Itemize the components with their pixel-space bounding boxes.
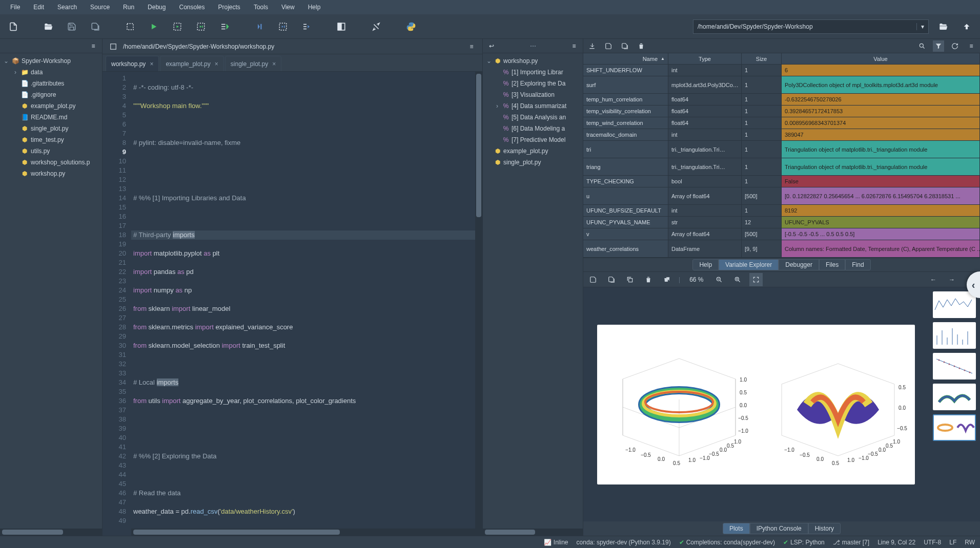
delete-all-icon[interactable] bbox=[636, 40, 647, 52]
status-conda[interactable]: conda: spyder-dev (Python 3.9.19) bbox=[577, 539, 671, 546]
tab-history[interactable]: History bbox=[808, 523, 841, 534]
tree-folder[interactable]: ›📁data bbox=[0, 67, 102, 78]
variable-row[interactable]: temp_visibility_correlationfloat6410.392… bbox=[583, 106, 980, 117]
status-encoding[interactable]: UTF-8 bbox=[924, 539, 941, 546]
tab-files[interactable]: Files bbox=[819, 259, 845, 270]
status-rw[interactable]: RW bbox=[965, 539, 975, 546]
col-type-header[interactable]: Type bbox=[668, 53, 742, 64]
tree-file[interactable]: 📄.gitignore bbox=[0, 89, 102, 100]
menu-edit[interactable]: Edit bbox=[27, 2, 50, 13]
editor-tab[interactable]: single_plot.py× bbox=[225, 56, 281, 71]
menu-search[interactable]: Search bbox=[51, 2, 83, 13]
plots-save-icon[interactable] bbox=[586, 273, 600, 286]
status-inline[interactable]: 📈Inline bbox=[544, 539, 568, 546]
close-icon[interactable]: × bbox=[215, 60, 218, 68]
outline-hscroll[interactable] bbox=[483, 529, 583, 536]
plot-thumb[interactable] bbox=[933, 353, 976, 380]
outline-cell[interactable]: ›%[4] Data summarizat bbox=[483, 100, 583, 112]
tree-file[interactable]: ⬢workshop_solutions.p bbox=[0, 157, 102, 168]
run-button[interactable] bbox=[145, 17, 163, 36]
variable-row[interactable]: temp_wind_correlationfloat6410.008956968… bbox=[583, 117, 980, 129]
menu-help[interactable]: Help bbox=[302, 2, 327, 13]
tree-file[interactable]: ⬢single_plot.py bbox=[0, 123, 102, 134]
plots-next-icon[interactable]: → bbox=[945, 273, 958, 286]
tab-help[interactable]: Help bbox=[692, 259, 719, 270]
plot-thumb[interactable] bbox=[933, 322, 976, 349]
menu-run[interactable]: Run bbox=[117, 2, 140, 13]
variable-row[interactable]: SHIFT_UNDERFLOWint16 bbox=[583, 65, 980, 76]
outline-file[interactable]: ⬢example_plot.py bbox=[483, 145, 583, 157]
save-button[interactable] bbox=[63, 17, 81, 36]
outline-cell[interactable]: %[5] Data Analysis an bbox=[483, 112, 583, 123]
run-selection-button[interactable] bbox=[215, 17, 234, 36]
filter-icon[interactable] bbox=[933, 40, 944, 52]
plots-saveall-icon[interactable] bbox=[605, 273, 618, 286]
variable-row[interactable]: TYPE_CHECKINGbool1False bbox=[583, 176, 980, 187]
plots-prev-icon[interactable]: ← bbox=[927, 273, 940, 286]
status-git[interactable]: ⎇master [7] bbox=[833, 539, 869, 546]
outline-cell[interactable]: %[1] Importing Librar bbox=[483, 67, 583, 78]
debug-cell-button[interactable] bbox=[274, 17, 292, 36]
menu-file[interactable]: File bbox=[4, 2, 26, 13]
plots-copy-icon[interactable] bbox=[623, 273, 637, 286]
variable-row[interactable]: uArray of float64[500][0. 0.12822827 0.2… bbox=[583, 187, 980, 205]
outline-cell[interactable]: %[6] Data Modeling a bbox=[483, 123, 583, 134]
tree-file[interactable]: ⬢utils.py bbox=[0, 145, 102, 157]
save-data-as-icon[interactable] bbox=[619, 40, 630, 52]
browse-workdir-button[interactable] bbox=[934, 17, 952, 36]
menu-debug[interactable]: Debug bbox=[141, 2, 172, 13]
editor-browse-button[interactable] bbox=[108, 41, 119, 52]
plots-deleteall-icon[interactable] bbox=[660, 273, 673, 286]
variable-row[interactable]: tracemalloc_domainint1389047 bbox=[583, 129, 980, 141]
menu-view[interactable]: View bbox=[275, 2, 301, 13]
parent-dir-button[interactable] bbox=[957, 17, 976, 36]
editor-menu-icon[interactable]: ≡ bbox=[466, 41, 477, 52]
status-cursor[interactable]: Line 9, Col 22 bbox=[877, 539, 915, 546]
tab-find[interactable]: Find bbox=[845, 259, 870, 270]
variable-row[interactable]: vArray of float64[500][-0.5 -0.5 -0.5 ..… bbox=[583, 228, 980, 240]
save-all-button[interactable] bbox=[86, 17, 105, 36]
col-size-header[interactable]: Size bbox=[742, 53, 782, 64]
col-name-header[interactable]: Name bbox=[583, 53, 668, 64]
create-cell-button[interactable] bbox=[121, 17, 139, 36]
outline-file[interactable]: ⬢single_plot.py bbox=[483, 157, 583, 168]
pythonpath-button[interactable] bbox=[402, 17, 420, 36]
editor-hscroll[interactable] bbox=[131, 529, 475, 536]
run-cell-button[interactable] bbox=[168, 17, 187, 36]
plots-delete-icon[interactable] bbox=[642, 273, 655, 286]
editor-tab[interactable]: example_plot.py× bbox=[160, 56, 223, 71]
menu-tools[interactable]: Tools bbox=[248, 2, 274, 13]
editor-vscroll[interactable] bbox=[475, 72, 482, 529]
code-editor[interactable]: # -*- coding: utf-8 -*- """Workshop main… bbox=[131, 72, 475, 529]
outline-back-icon[interactable]: ↩ bbox=[486, 40, 497, 52]
plot-thumb[interactable] bbox=[933, 384, 976, 410]
outline-cell[interactable]: %[2] Exploring the Da bbox=[483, 78, 583, 89]
variable-row[interactable]: UFUNC_BUFSIZE_DEFAULTint18192 bbox=[583, 205, 980, 217]
zoom-in-icon[interactable] bbox=[731, 273, 744, 286]
refresh-icon[interactable] bbox=[949, 40, 961, 52]
tab-debugger[interactable]: Debugger bbox=[779, 259, 819, 270]
outline-menu-icon[interactable]: ≡ bbox=[568, 40, 580, 52]
save-data-icon[interactable] bbox=[603, 40, 614, 52]
plot-thumb[interactable] bbox=[933, 291, 976, 318]
plot-thumb[interactable] bbox=[933, 414, 976, 441]
outline-more-icon[interactable]: ⋯ bbox=[502, 43, 563, 50]
run-cell-advance-button[interactable] bbox=[192, 17, 210, 36]
variable-row[interactable]: surfmplot3d.art3d.Poly3DCo…1Poly3DCollec… bbox=[583, 76, 980, 94]
outline-cell[interactable]: %[3] Visualization bbox=[483, 89, 583, 100]
tree-file[interactable]: 📘README.md bbox=[0, 112, 102, 123]
status-lsp[interactable]: ✔LSP: Python bbox=[783, 539, 825, 546]
variable-row[interactable]: triangtri._triangulation.Tri…1Triangulat… bbox=[583, 158, 980, 176]
variable-row[interactable]: tritri._triangulation.Tri…1Triangulation… bbox=[583, 141, 980, 158]
outline-cell[interactable]: %[7] Predictive Model bbox=[483, 134, 583, 145]
project-menu-icon[interactable]: ≡ bbox=[88, 40, 99, 52]
new-file-button[interactable] bbox=[4, 17, 23, 36]
varexp-menu-icon[interactable]: ≡ bbox=[966, 40, 977, 52]
variable-row[interactable]: temp_hum_correlationfloat641-0.632254675… bbox=[583, 94, 980, 106]
menu-consoles[interactable]: Consoles bbox=[173, 2, 211, 13]
variable-row[interactable]: UFUNC_PYVALS_NAMEstr12UFUNC_PYVALS bbox=[583, 217, 980, 228]
col-value-header[interactable]: Value bbox=[782, 53, 980, 64]
project-hscroll[interactable] bbox=[0, 529, 102, 536]
debug-selection-button[interactable] bbox=[297, 17, 316, 36]
editor-tab[interactable]: workshop.py× bbox=[106, 56, 159, 71]
